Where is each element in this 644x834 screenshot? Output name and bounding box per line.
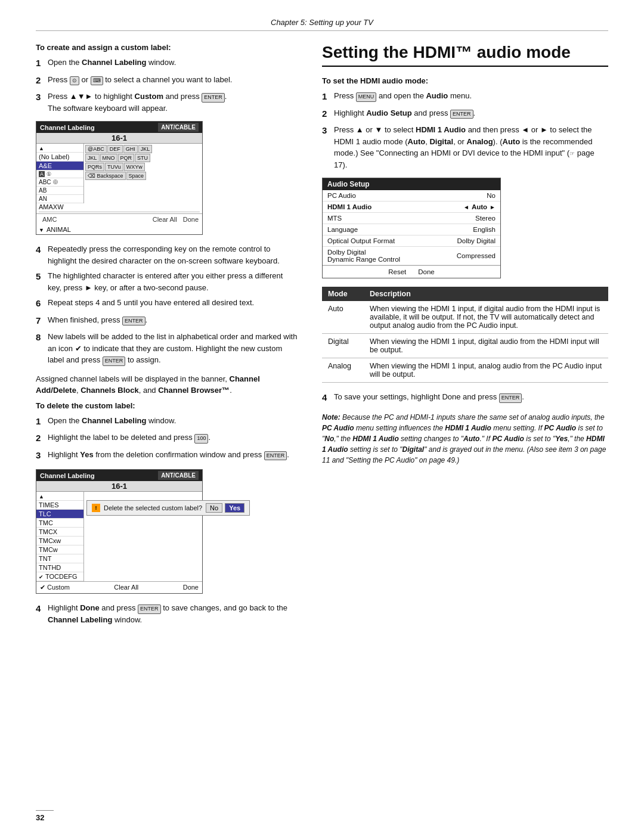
hdmi-audio-left-arrow[interactable] [463, 203, 469, 210]
step-4: 4 Repeatedly press the corresponding key… [36, 243, 298, 266]
auto-mode-label: Auto [322, 301, 364, 334]
set-hdmi-audio-heading: To set the HDMI audio mode: [322, 76, 608, 85]
amc-label: AMC [40, 216, 57, 223]
kb-row-2: JKL MNO PQR STU [85, 154, 201, 162]
amaxw-item: AMAXW [39, 203, 200, 212]
audio-setup-box: Audio Setup PC Audio No HDMI 1 Audio Aut… [322, 178, 501, 278]
channel-labeling-box-2: Channel Labeling ANT/CABLE 16-1 TIMES TL… [36, 469, 203, 594]
ant-cable-label-2: ANT/CABLE [158, 471, 199, 480]
kb-row-3: PQRs TUVu WXYw [85, 163, 201, 171]
animal-row: ANIMAL [36, 225, 202, 234]
cl-header-1: Channel Labeling ANT/CABLE [36, 122, 202, 133]
channel-num-2: 16-1 [36, 481, 202, 492]
an-item: AN [36, 195, 83, 203]
auto-mode-row: Auto When viewing the HDMI 1 input, if d… [322, 301, 608, 334]
mode-description-table: Mode Description Auto When viewing the H… [322, 287, 608, 383]
audio-setup-footer: Reset Done [323, 265, 500, 278]
language-row: Language English [323, 224, 500, 235]
a-item: A ① [36, 170, 83, 178]
delete-no-button[interactable]: No [206, 503, 222, 513]
step-6: 6 Repeat steps 4 and 5 until you have en… [36, 297, 298, 311]
ae-item[interactable]: A&E [36, 162, 83, 170]
channel-labeling-box-1: Channel Labeling ANT/CABLE 16-1 (No Labe… [36, 121, 203, 235]
analog-mode-label: Analog [322, 358, 364, 383]
step-3: 3 Press ▲▼► to highlight Custom and pres… [36, 91, 298, 114]
digital-mode-row: Digital When viewing the HDMI 1 input, d… [322, 334, 608, 358]
digital-mode-description: When viewing the HDMI 1 input, digital a… [364, 334, 608, 358]
cl-channel-list-2: TIMES TLC TMC TMCX TMCxw TMCw TNT TNTHD … [36, 492, 84, 581]
create-assign-label-heading: To create and assign a custom label: [36, 43, 298, 52]
done-btn-audio[interactable]: Done [418, 268, 435, 275]
cl-body-2: TIMES TLC TMC TMCX TMCxw TMCw TNT TNTHD … [36, 492, 202, 593]
optical-output-row: Optical Output Format Dolby Digital [323, 235, 500, 247]
create-steps-list: 1 Open the Channel Labeling window. 2 Pr… [36, 57, 298, 114]
cl-right-area: ! Delete the selected custom label? No Y… [84, 492, 252, 581]
description-col-header: Description [364, 287, 608, 301]
del-step-2: 2 Highlight the label to be deleted and … [36, 432, 298, 445]
step-7: 7 When finished, press ENTER. [36, 314, 298, 328]
right-column: Setting the HDMI™ audio mode To set the … [322, 43, 608, 633]
clear-all-btn-2[interactable]: Clear All [114, 584, 138, 591]
audio-setup-header: Audio Setup [323, 178, 500, 190]
cl-channel-list-1: (No Label) A&E A ① ABC ⓪ AB AN [36, 144, 84, 203]
step-5: 5 The highlighted character is entered a… [36, 270, 298, 293]
delete-dialog: ! Delete the selected custom label? No Y… [86, 500, 250, 516]
reset-btn[interactable]: Reset [388, 268, 406, 275]
left-column: To create and assign a custom label: 1 O… [36, 43, 298, 633]
assigned-text: Assigned channel labels will be displaye… [36, 373, 298, 396]
hdmi-audio-mode-title: Setting the HDMI™ audio mode [322, 43, 608, 67]
mode-col-header: Mode [322, 287, 364, 301]
done-btn-2[interactable]: Done [183, 584, 199, 591]
steps-4-8: 4 Repeatedly press the corresponding key… [36, 243, 298, 366]
cl-footer-2: ✔ Custom Clear All Done [36, 581, 202, 593]
page: Chapter 5: Setting up your TV To create … [0, 0, 644, 834]
channel-num-1: 16-1 [36, 133, 202, 144]
clear-all-btn-1[interactable]: Clear All [153, 216, 177, 223]
hdmi1-audio-row: HDMI 1 Audio Auto [323, 201, 500, 213]
chapter-header-text: Chapter 5: Setting up your TV [271, 18, 373, 27]
hdmi-steps: 1 Press MENU and open the Audio menu. 2 … [322, 90, 608, 170]
hdmi-step-4-list: 4 To save your settings, highlight Done … [322, 391, 608, 405]
hdmi-step-3: 3 Press ▲ or ▼ to select HDMI 1 Audio an… [322, 124, 608, 170]
del-step-4-list: 4 Highlight Done and press ENTER to save… [36, 602, 298, 625]
mode-table-header-row: Mode Description [322, 287, 608, 301]
step-1: 1 Open the Channel Labeling window. [36, 57, 298, 70]
cl-body-1: (No Label) A&E A ① ABC ⓪ AB AN @ABC DEF … [36, 144, 202, 203]
analog-mode-description: When viewing the HDMI 1 input, analog au… [364, 358, 608, 383]
del-step-4: 4 Highlight Done and press ENTER to save… [36, 602, 298, 625]
digital-mode-label: Digital [322, 334, 364, 358]
pc-audio-row: PC Audio No [323, 190, 500, 201]
ant-cable-label-1: ANT/CABLE [158, 123, 199, 132]
del-step-1: 1 Open the Channel Labeling window. [36, 415, 298, 429]
hdmi-step-1: 1 Press MENU and open the Audio menu. [322, 90, 608, 104]
page-number: 32 [36, 810, 54, 822]
ab-item: AB [36, 187, 83, 195]
cl-scroll-up [36, 144, 83, 153]
delete-yes-button[interactable]: Yes [225, 503, 244, 513]
hdmi-step-4: 4 To save your settings, highlight Done … [322, 391, 608, 405]
kb-row-1: @ABC DEF GHI JKL [85, 145, 201, 153]
warning-icon: ! [92, 504, 100, 512]
no-label-item: (No Label) [36, 153, 83, 162]
cl-footer-1: AMC Clear All Done [36, 213, 202, 225]
step-8: 8 New labels will be added to the list i… [36, 331, 298, 366]
hdmi-step-2: 2 Highlight Audio Setup and press ENTER. [322, 107, 608, 121]
delete-label-heading: To delete the custom label: [36, 401, 298, 410]
auto-mode-description: When viewing the HDMI 1 input, if digita… [364, 301, 608, 334]
step-2: 2 Press ⊙ or ⌨ to select a channel you w… [36, 74, 298, 88]
mts-row: MTS Stereo [323, 213, 500, 224]
analog-mode-row: Analog When viewing the HDMI 1 input, an… [322, 358, 608, 383]
dolby-dynamic-row: Dolby DigitalDynamic Range Control Compr… [323, 247, 500, 265]
hdmi-audio-right-arrow[interactable] [490, 203, 496, 210]
kb-row-4: ⌫ Backspace Space [85, 172, 201, 180]
abc-item: ABC ⓪ [36, 178, 83, 187]
delete-dialog-text: Delete the selected custom label? [104, 504, 202, 511]
chapter-header: Chapter 5: Setting up your TV [36, 18, 608, 31]
two-column-layout: To create and assign a custom label: 1 O… [36, 43, 608, 633]
cl-header-2: Channel Labeling ANT/CABLE [36, 470, 202, 481]
done-btn-1[interactable]: Done [183, 216, 199, 223]
cl-keyboard-1: @ABC DEF GHI JKL JKL MNO PQR STU PQR [84, 144, 202, 203]
del-step-3: 3 Highlight Yes from the deletion confir… [36, 449, 298, 463]
note-paragraph: Note: Because the PC and HDMI-1 inputs s… [322, 412, 608, 466]
delete-steps-list: 1 Open the Channel Labeling window. 2 Hi… [36, 415, 298, 463]
